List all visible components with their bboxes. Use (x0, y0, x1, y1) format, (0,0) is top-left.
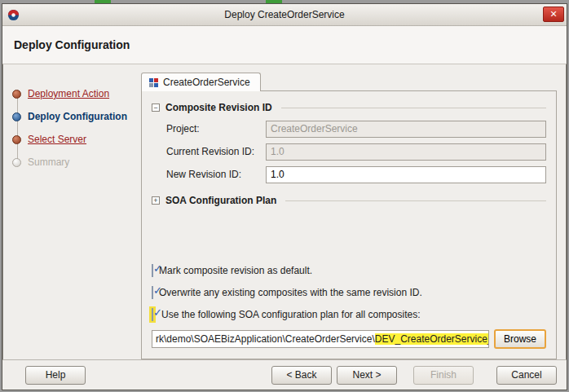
checkbox-label: Overwrite any existing composites with t… (159, 287, 422, 298)
checkbox-row-config-plan: ✓ Use the following SOA configuration pl… (152, 303, 546, 325)
path-prefix-text: rk\demo\SOAEBizApplication\CreateOrderSe… (156, 333, 375, 345)
checkbox-label: Use the following SOA configuration plan… (161, 309, 421, 320)
step-dot-icon (12, 158, 21, 167)
section-rule (281, 108, 546, 108)
wizard-header: Deploy Configuration (2, 26, 567, 64)
step-label-current: Deploy Configuration (28, 111, 127, 122)
project-label: Project: (166, 123, 266, 134)
check-icon: ✓ (153, 284, 162, 297)
cancel-button[interactable]: Cancel (496, 366, 557, 385)
mark-default-checkbox[interactable]: ✓ (152, 264, 153, 277)
options-group: ✓ Mark composite revision as default. ✓ … (152, 259, 546, 350)
new-revision-label: New Revision ID: (166, 169, 266, 180)
app-logo-icon (7, 9, 20, 21)
button-bar: Help < Back Next > Finish Cancel (2, 359, 567, 390)
use-config-plan-checkbox[interactable]: ✓ (152, 308, 153, 321)
deploy-dialog: Deploy CreateOrderService ✕ Deploy Confi… (2, 3, 567, 390)
title-bar: Deploy CreateOrderService ✕ (2, 4, 567, 26)
current-revision-field: 1.0 (266, 143, 546, 161)
step-dot-icon (12, 90, 21, 99)
wizard-steps-sidebar: Deployment Action Deploy Configuration S… (2, 64, 141, 359)
overwrite-checkbox[interactable]: ✓ (152, 286, 153, 299)
current-revision-row: Current Revision ID: 1.0 (152, 140, 546, 163)
project-field: CreateOrderService (266, 121, 546, 138)
tab-createorderservice[interactable]: CreateOrderService (141, 73, 261, 91)
main-panel: CreateOrderService − Composite Revision … (141, 64, 567, 359)
current-revision-label: Current Revision ID: (166, 146, 266, 157)
highlight-marker: ✓ (149, 306, 156, 323)
checkbox-row-overwrite: ✓ Overwrite any existing composites with… (152, 281, 546, 303)
section-title: Composite Revision ID (165, 102, 272, 113)
step-dot-icon (12, 135, 21, 144)
config-plan-path-row: rk\demo\SOAEBizApplication\CreateOrderSe… (152, 328, 546, 350)
window-title: Deploy CreateOrderService (224, 9, 344, 20)
check-icon: ✓ (153, 306, 162, 319)
sidebar-step-select-server[interactable]: Select Server (12, 128, 141, 151)
new-revision-row: New Revision ID: 1.0 (152, 163, 546, 186)
browse-button[interactable]: Browse (494, 329, 546, 349)
sidebar-step-deploy-configuration[interactable]: Deploy Configuration (12, 105, 141, 128)
finish-button: Finish (413, 366, 474, 385)
collapse-icon[interactable]: − (152, 104, 160, 112)
next-button[interactable]: Next > (337, 366, 397, 385)
sidebar-step-deployment-action[interactable]: Deployment Action (12, 82, 141, 105)
step-link[interactable]: Deployment Action (28, 88, 109, 99)
expand-icon[interactable]: + (152, 196, 160, 205)
checkbox-label: Mark composite revision as default. (159, 265, 312, 276)
composite-icon (148, 77, 159, 88)
back-button[interactable]: < Back (271, 366, 332, 385)
step-dot-icon (12, 112, 21, 121)
step-label-disabled: Summary (28, 156, 69, 168)
project-row: Project: CreateOrderService (152, 117, 546, 140)
section-title: SOA Configuration Plan (165, 195, 276, 206)
deploy-configuration-panel: − Composite Revision ID Project: CreateO… (141, 90, 557, 359)
help-button[interactable]: Help (25, 366, 86, 385)
config-plan-path-field[interactable]: rk\demo\SOAEBizApplication\CreateOrderSe… (152, 330, 489, 348)
section-composite-revision-id: − Composite Revision ID (152, 98, 546, 117)
page-title: Deploy Configuration (14, 38, 130, 51)
close-button[interactable]: ✕ (543, 7, 564, 22)
checkbox-row-default-revision: ✓ Mark composite revision as default. (152, 259, 546, 281)
step-link[interactable]: Select Server (28, 134, 86, 145)
new-revision-field[interactable]: 1.0 (266, 166, 546, 183)
section-soa-configuration-plan: + SOA Configuration Plan (152, 191, 546, 210)
path-highlighted-filename: DEV_CreateOrderService_cfgplan.xml (375, 333, 489, 345)
check-icon: ✓ (153, 262, 162, 275)
section-rule (285, 200, 546, 201)
sidebar-step-summary: Summary (12, 151, 141, 174)
tab-label: CreateOrderService (163, 77, 250, 88)
